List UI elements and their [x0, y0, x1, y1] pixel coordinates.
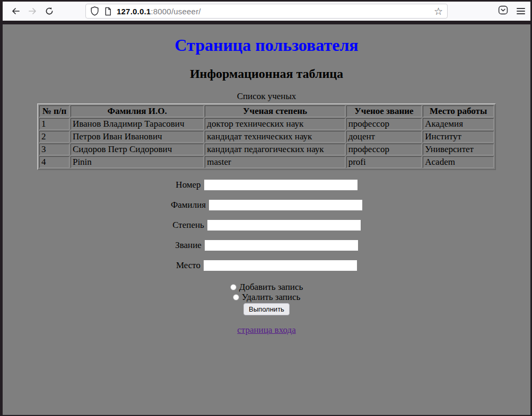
execute-button[interactable]: Выполнить	[243, 303, 290, 315]
page-subtitle: Информационная таблица	[3, 67, 530, 81]
rank-label: Звание	[175, 240, 202, 251]
header-surname: Фамилия И.О.	[71, 105, 204, 117]
submit-row: Выполнить	[3, 303, 530, 315]
surname-input[interactable]	[209, 200, 362, 210]
delete-record-label: Удалить запись	[242, 292, 301, 303]
surname-label: Фамилия	[171, 200, 206, 210]
radio-row-add: Добавить запись	[3, 282, 530, 292]
radio-row-delete: Удалить запись	[3, 292, 530, 302]
table-row: 3 Сидоров Петр Сидорович кандидат педаго…	[39, 144, 494, 155]
cell-workplace: Academ	[423, 156, 494, 168]
cell-surname: Петров Иван Иванович	[71, 131, 204, 143]
cell-rank: профессор	[346, 144, 422, 155]
table-caption: Список ученых	[3, 91, 530, 102]
page-icon[interactable]	[104, 7, 112, 16]
form-row-place: Место	[3, 260, 530, 271]
cell-degree: master	[205, 156, 345, 168]
reload-button[interactable]	[41, 3, 58, 19]
browser-toolbar: 127.0.0.1:8000/useeer/ ☆	[3, 2, 530, 21]
menu-hamburger-icon[interactable]	[517, 8, 525, 14]
number-label: Номер	[176, 180, 200, 190]
back-button[interactable]	[7, 3, 24, 19]
back-arrow-icon	[11, 7, 20, 15]
scientists-table: № п/п Фамилия И.О. Ученая степень Ученое…	[37, 103, 496, 170]
page-title: Страница пользователя	[3, 36, 530, 55]
header-workplace: Место работы	[423, 105, 494, 117]
header-number: № п/п	[39, 105, 69, 117]
url-bar[interactable]: 127.0.0.1:8000/useeer/ ☆	[85, 4, 448, 19]
table-row: 4 Pinin master profi Academ	[39, 156, 494, 168]
table-header-row: № п/п Фамилия И.О. Ученая степень Ученое…	[39, 105, 494, 117]
forward-button[interactable]	[24, 3, 41, 19]
cell-number: 2	[39, 131, 69, 143]
login-page-link[interactable]: страница входа	[237, 325, 295, 335]
cell-surname: Сидоров Петр Сидорович	[71, 144, 204, 155]
number-input[interactable]	[204, 180, 357, 190]
table-row: 1 Иванов Владимир Тарасович доктор техни…	[39, 118, 494, 130]
cell-rank: profi	[346, 156, 422, 168]
cell-number: 3	[39, 144, 69, 155]
form-row-rank: Звание	[3, 240, 530, 251]
cell-workplace: Академия	[423, 118, 494, 130]
page-content: Страница пользователя Информационная таб…	[3, 24, 530, 415]
cell-rank: доцент	[346, 131, 422, 143]
cell-number: 1	[39, 118, 69, 130]
degree-label: Степень	[172, 220, 204, 231]
url-text: 127.0.0.1:8000/useeer/	[117, 7, 433, 16]
cell-surname: Pinin	[71, 156, 204, 168]
cell-degree: доктор технических наук	[205, 118, 345, 130]
cell-rank: профессор	[346, 118, 422, 130]
place-label: Место	[176, 260, 200, 271]
cell-workplace: Университет	[423, 144, 494, 155]
header-degree: Ученая степень	[205, 105, 345, 117]
toolbar-right-group	[498, 5, 525, 17]
header-rank: Ученое звание	[346, 105, 422, 117]
place-input[interactable]	[204, 260, 357, 271]
form-row-surname: Фамилия	[3, 200, 530, 210]
action-radio-group: Добавить запись Удалить запись	[3, 282, 530, 302]
delete-record-radio[interactable]	[233, 294, 239, 300]
cell-degree: кандидат педагогических наук	[205, 144, 345, 155]
form-row-number: Номер	[3, 180, 530, 190]
cell-degree: кандидат технических наук	[205, 131, 345, 143]
forward-arrow-icon	[28, 7, 37, 15]
degree-input[interactable]	[207, 220, 361, 231]
cell-workplace: Институт	[423, 131, 494, 143]
pocket-icon[interactable]	[498, 5, 508, 17]
link-row: страница входа	[3, 325, 530, 335]
table-row: 2 Петров Иван Иванович кандидат техничес…	[39, 131, 494, 143]
url-path: :8000/useeer/	[151, 7, 200, 16]
url-domain: 127.0.0.1	[117, 7, 151, 16]
browser-window: 127.0.0.1:8000/useeer/ ☆ Страница пользо…	[0, 0, 532, 416]
bookmark-star-icon[interactable]: ☆	[433, 6, 444, 16]
rank-input[interactable]	[205, 240, 358, 251]
shield-icon[interactable]	[90, 6, 99, 16]
window-frame-separator	[3, 21, 530, 24]
add-record-radio[interactable]	[230, 284, 237, 290]
reload-icon	[45, 7, 54, 15]
form-row-degree: Степень	[3, 220, 530, 231]
cell-number: 4	[39, 156, 69, 168]
add-record-label: Добавить запись	[239, 282, 303, 293]
cell-surname: Иванов Владимир Тарасович	[71, 118, 204, 130]
